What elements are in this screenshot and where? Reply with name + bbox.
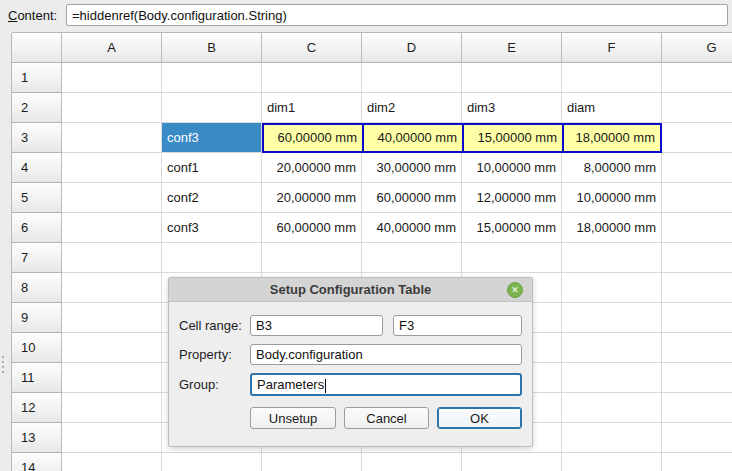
row-header-6[interactable]: 6: [12, 213, 62, 243]
row-header-14[interactable]: 14: [12, 453, 62, 471]
cell-F12[interactable]: [562, 393, 662, 423]
cell-E6[interactable]: 15,00000 mm: [462, 213, 562, 243]
cell-B5[interactable]: conf2: [162, 183, 262, 213]
col-header-D[interactable]: D: [362, 33, 462, 63]
cell-E3[interactable]: 15,00000 mm: [462, 123, 562, 153]
cell-G10[interactable]: [662, 333, 732, 363]
row-header-12[interactable]: 12: [12, 393, 62, 423]
cell-G5[interactable]: [662, 183, 732, 213]
col-header-B[interactable]: B: [162, 33, 262, 63]
cell-F7[interactable]: [562, 243, 662, 273]
cell-F11[interactable]: [562, 363, 662, 393]
cell-F10[interactable]: [562, 333, 662, 363]
cell-F9[interactable]: [562, 303, 662, 333]
cell-G4[interactable]: [662, 153, 732, 183]
cell-F14[interactable]: [562, 453, 662, 471]
cell-A14[interactable]: [62, 453, 162, 471]
dialog-titlebar[interactable]: Setup Configuration Table ✕: [169, 278, 532, 302]
cell-C5[interactable]: 20,00000 mm: [262, 183, 362, 213]
cell-C7[interactable]: [262, 243, 362, 273]
cell-A11[interactable]: [62, 363, 162, 393]
cell-G9[interactable]: [662, 303, 732, 333]
cell-G14[interactable]: [662, 453, 732, 471]
cell-range-from-input[interactable]: [250, 315, 383, 336]
cell-F13[interactable]: [562, 423, 662, 453]
cell-A4[interactable]: [62, 153, 162, 183]
content-input[interactable]: [66, 4, 728, 26]
cell-F5[interactable]: 10,00000 mm: [562, 183, 662, 213]
cell-E4[interactable]: 10,00000 mm: [462, 153, 562, 183]
row-header-9[interactable]: 9: [12, 303, 62, 333]
cell-D1[interactable]: [362, 63, 462, 93]
cell-B1[interactable]: [162, 63, 262, 93]
cell-E7[interactable]: [462, 243, 562, 273]
cell-D7[interactable]: [362, 243, 462, 273]
cell-D5[interactable]: 60,00000 mm: [362, 183, 462, 213]
cell-E2[interactable]: dim3: [462, 93, 562, 123]
unsetup-button[interactable]: Unsetup: [250, 407, 336, 429]
cell-F4[interactable]: 8,00000 mm: [562, 153, 662, 183]
row-header-5[interactable]: 5: [12, 183, 62, 213]
cell-D6[interactable]: 40,00000 mm: [362, 213, 462, 243]
row-header-2[interactable]: 2: [12, 93, 62, 123]
cell-A1[interactable]: [62, 63, 162, 93]
cell-range-to-input[interactable]: [393, 315, 522, 336]
col-header-A[interactable]: A: [62, 33, 162, 63]
cell-C14[interactable]: [262, 453, 362, 471]
splitter-handle[interactable]: [2, 356, 4, 373]
cell-D3[interactable]: 40,00000 mm: [362, 123, 462, 153]
group-input[interactable]: Parameters: [250, 373, 522, 396]
cell-D2[interactable]: dim2: [362, 93, 462, 123]
cell-G7[interactable]: [662, 243, 732, 273]
cell-F2[interactable]: diam: [562, 93, 662, 123]
cell-G1[interactable]: [662, 63, 732, 93]
cell-G3[interactable]: [662, 123, 732, 153]
cell-B2[interactable]: [162, 93, 262, 123]
col-header-C[interactable]: C: [262, 33, 362, 63]
cell-F8[interactable]: [562, 273, 662, 303]
cell-A8[interactable]: [62, 273, 162, 303]
row-header-7[interactable]: 7: [12, 243, 62, 273]
cell-G2[interactable]: [662, 93, 732, 123]
cell-G11[interactable]: [662, 363, 732, 393]
cell-F6[interactable]: 18,00000 mm: [562, 213, 662, 243]
cell-A10[interactable]: [62, 333, 162, 363]
cell-G6[interactable]: [662, 213, 732, 243]
cell-A13[interactable]: [62, 423, 162, 453]
col-header-G[interactable]: G: [662, 33, 732, 63]
cell-C6[interactable]: 60,00000 mm: [262, 213, 362, 243]
row-header-3[interactable]: 3: [12, 123, 62, 153]
cell-B3[interactable]: conf3: [162, 123, 262, 153]
cell-A3[interactable]: [62, 123, 162, 153]
dialog-close-button[interactable]: ✕: [507, 282, 523, 298]
col-header-F[interactable]: F: [562, 33, 662, 63]
row-header-1[interactable]: 1: [12, 63, 62, 93]
cell-C4[interactable]: 20,00000 mm: [262, 153, 362, 183]
cell-C3[interactable]: 60,00000 mm: [262, 123, 362, 153]
cell-A2[interactable]: [62, 93, 162, 123]
cell-B14[interactable]: [162, 453, 262, 471]
ok-button[interactable]: OK: [437, 407, 522, 429]
cell-G12[interactable]: [662, 393, 732, 423]
col-header-E[interactable]: E: [462, 33, 562, 63]
row-header-13[interactable]: 13: [12, 423, 62, 453]
property-input[interactable]: [250, 344, 522, 365]
cell-B7[interactable]: [162, 243, 262, 273]
cell-A12[interactable]: [62, 393, 162, 423]
cell-C2[interactable]: dim1: [262, 93, 362, 123]
sheet-corner[interactable]: [12, 33, 62, 63]
cell-B4[interactable]: conf1: [162, 153, 262, 183]
cell-F3[interactable]: 18,00000 mm: [562, 123, 662, 153]
cell-A9[interactable]: [62, 303, 162, 333]
cell-G8[interactable]: [662, 273, 732, 303]
cell-D4[interactable]: 30,00000 mm: [362, 153, 462, 183]
cell-A7[interactable]: [62, 243, 162, 273]
cell-G13[interactable]: [662, 423, 732, 453]
cell-F1[interactable]: [562, 63, 662, 93]
cell-E14[interactable]: [462, 453, 562, 471]
cell-D14[interactable]: [362, 453, 462, 471]
cell-A6[interactable]: [62, 213, 162, 243]
cell-C1[interactable]: [262, 63, 362, 93]
cancel-button[interactable]: Cancel: [344, 407, 429, 429]
cell-E1[interactable]: [462, 63, 562, 93]
